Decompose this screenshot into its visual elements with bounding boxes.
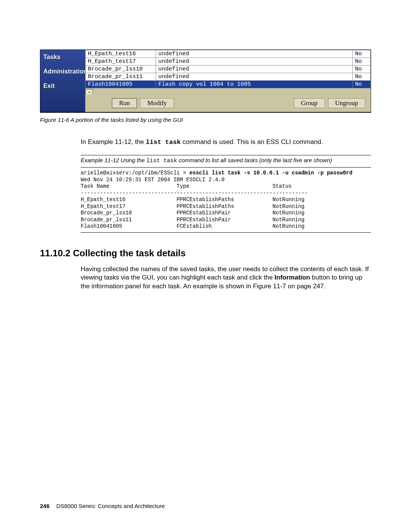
task-flag-cell: No: [353, 50, 371, 58]
code-row-3: Brocade_pr_lss10 PPRCEstablishPair NotRu…: [81, 210, 304, 216]
sidebar-item-administration[interactable]: Administration: [40, 64, 85, 79]
task-name-cell: Brocade_pr_lss10: [86, 66, 156, 73]
modify-button[interactable]: Modify: [140, 98, 174, 108]
run-button[interactable]: Run: [112, 98, 137, 108]
task-flag-cell: No: [353, 81, 371, 88]
book-title: DS8000 Series: Concepts and Architecture: [56, 503, 165, 509]
example-caption-cmd: list task: [147, 158, 177, 164]
code-rule: ----------------------------------------…: [81, 190, 308, 196]
gui-button-row: Run Modify Group Ungroup: [85, 94, 371, 112]
code-row-4: Brocade_pr_lss11 PPRCEstablishPair NotRu…: [81, 217, 304, 223]
code-row-1: H_Epath_test16 PPRCEstablishPaths NotRun…: [81, 197, 304, 203]
table-row[interactable]: H_Epath_test16undefinedNo: [86, 50, 371, 58]
code-row-2: H_Epath_test17 PPRCEstablishPaths NotRun…: [81, 203, 304, 209]
task-name-cell: Brocade_pr_lss11: [86, 73, 156, 81]
task-name-cell: H_Epath_test17: [86, 58, 156, 66]
code-prompt: arielle@aixserv:/opt/ibm/ESScli >: [81, 170, 190, 176]
code-line-2: Wed Nov 24 10:29:31 EST 2004 IBM ESSCLI …: [81, 177, 225, 183]
inline-command: list task: [146, 139, 181, 146]
table-row[interactable]: Brocade_pr_lss11undefinedNo: [86, 73, 371, 81]
code-example: arielle@aixserv:/opt/ibm/ESScli > esscli…: [81, 167, 371, 233]
task-name-cell: Flash10041005: [86, 81, 156, 88]
code-row-5: Flash10041005 FCEstablish NotRunning: [81, 223, 304, 229]
horizontal-scrollbar[interactable]: ◂: [85, 88, 371, 94]
table-row[interactable]: Flash10041005Flash copy vol 1004 to 1005…: [86, 81, 371, 88]
intro-text-b: command is used. This is an ESS CLI comm…: [181, 138, 323, 145]
group-button[interactable]: Group: [294, 98, 325, 108]
bold-information: Information: [274, 274, 310, 281]
task-desc-cell: undefined: [156, 50, 353, 58]
task-flag-cell: No: [353, 58, 371, 66]
example-caption-a: Example 11-12 Using the: [81, 157, 147, 163]
body-paragraph: Having collected the names of the saved …: [81, 265, 371, 291]
task-desc-cell: undefined: [156, 73, 353, 81]
gui-main: H_Epath_test16undefinedNoH_Epath_test17u…: [85, 50, 371, 112]
figure-caption: Figure 11-6 A portion of the tasks liste…: [40, 113, 371, 131]
gui-screenshot: Tasks Administration Exit H_Epath_test16…: [40, 50, 371, 113]
gui-sidebar: Tasks Administration Exit: [40, 50, 85, 112]
table-row[interactable]: H_Epath_test17undefinedNo: [86, 58, 371, 66]
sidebar-item-tasks[interactable]: Tasks: [40, 50, 85, 64]
tasks-table: H_Epath_test16undefinedNoH_Epath_test17u…: [85, 50, 371, 88]
task-name-cell: H_Epath_test16: [86, 50, 156, 58]
table-row[interactable]: Brocade_pr_lss10undefinedNo: [86, 66, 371, 73]
page-number: 246: [40, 503, 49, 509]
code-header: Task Name Type Status: [81, 183, 292, 189]
intro-paragraph: In Example 11-12, the list task command …: [81, 138, 371, 147]
task-flag-cell: No: [353, 66, 371, 73]
intro-text-a: In Example 11-12, the: [81, 138, 146, 145]
page-footer: 246DS8000 Series: Concepts and Architect…: [40, 503, 165, 509]
sidebar-item-exit[interactable]: Exit: [40, 79, 85, 93]
task-desc-cell: undefined: [156, 66, 353, 73]
task-flag-cell: No: [353, 73, 371, 81]
task-desc-cell: undefined: [156, 58, 353, 66]
code-command: esscli list task -s 10.0.0.1 -u csadmin …: [190, 170, 352, 176]
ungroup-button[interactable]: Ungroup: [328, 98, 365, 108]
example-caption: Example 11-12 Using the list task comman…: [81, 155, 371, 164]
example-caption-b: command to list all saved tasks (only th…: [177, 157, 332, 163]
task-desc-cell: Flash copy vol 1004 to 1005: [156, 81, 353, 88]
section-heading: 11.10.2 Collecting the task details: [40, 248, 371, 259]
